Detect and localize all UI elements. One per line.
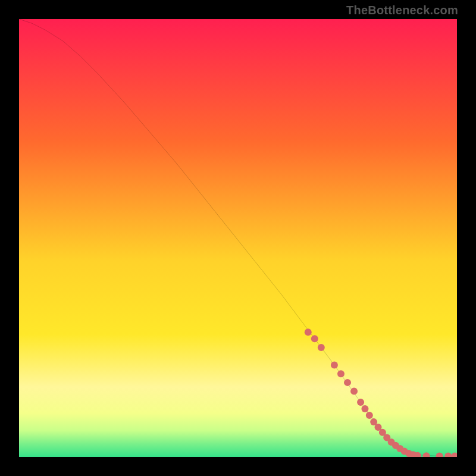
highlight-point	[344, 379, 351, 386]
highlight-point	[366, 412, 373, 419]
bottleneck-chart	[19, 19, 457, 457]
chart-stage: TheBottleneck.com	[0, 0, 476, 476]
highlight-point	[318, 344, 325, 351]
gradient-background	[19, 19, 457, 457]
highlight-point	[305, 328, 312, 336]
highlight-point	[357, 399, 364, 406]
highlight-point	[311, 335, 318, 342]
highlight-point	[350, 388, 358, 395]
highlight-point	[331, 361, 338, 368]
highlight-point	[361, 405, 368, 412]
highlight-point	[337, 370, 345, 377]
watermark-text: TheBottleneck.com	[346, 4, 458, 17]
